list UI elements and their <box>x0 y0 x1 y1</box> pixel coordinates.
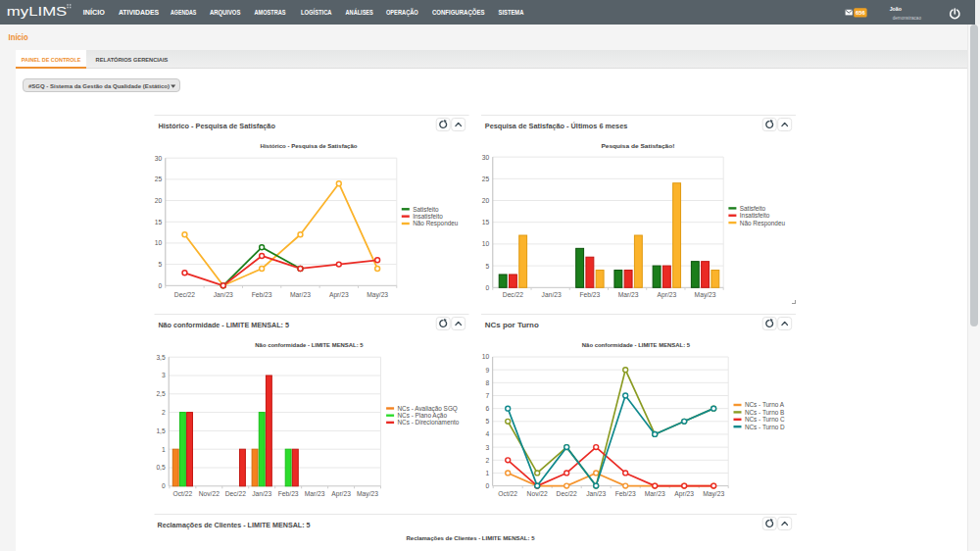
svg-text:2: 2 <box>485 457 489 464</box>
svg-text:0: 0 <box>159 282 163 289</box>
svg-text:Apr/23: Apr/23 <box>657 291 676 299</box>
svg-text:Apr/23: Apr/23 <box>329 291 349 299</box>
svg-text:Satisfeito: Satisfeito <box>740 205 766 212</box>
svg-text:May/23: May/23 <box>367 291 388 299</box>
svg-text:Não Respondeu: Não Respondeu <box>413 220 459 227</box>
svg-text:ARQUIVOS: ARQUIVOS <box>210 8 241 17</box>
svg-text:0,5: 0,5 <box>156 464 166 471</box>
svg-text:20: 20 <box>482 197 490 204</box>
svg-text:Não Respondeu: Não Respondeu <box>740 220 786 227</box>
svg-text:Feb/23: Feb/23 <box>579 291 600 298</box>
svg-text:7: 7 <box>485 392 489 399</box>
svg-text:Oct/22: Oct/22 <box>173 490 193 497</box>
svg-text:2: 2 <box>162 409 166 416</box>
svg-text:656: 656 <box>856 10 865 16</box>
svg-text:OPERAÇÃO: OPERAÇÃO <box>386 8 418 17</box>
svg-text:6: 6 <box>485 405 489 412</box>
svg-text:Mar/23: Mar/23 <box>305 490 325 497</box>
svg-text:25: 25 <box>482 175 490 182</box>
svg-text:Feb/23: Feb/23 <box>615 490 636 497</box>
svg-text:1: 1 <box>485 470 489 476</box>
svg-text:NCs por Turno: NCs por Turno <box>485 321 540 329</box>
svg-text:RELATÓRIOS GERENCIAIS: RELATÓRIOS GERENCIAIS <box>96 56 169 63</box>
svg-text:2,5: 2,5 <box>156 390 166 397</box>
svg-text:AMOSTRAS: AMOSTRAS <box>255 8 286 17</box>
svg-text:10: 10 <box>482 353 490 360</box>
svg-text:Não conformidade - LIMITE MENS: Não conformidade - LIMITE MENSAL: 5 <box>255 342 364 348</box>
svg-text:Insatisfeito: Insatisfeito <box>740 212 770 219</box>
svg-text:0: 0 <box>485 482 489 489</box>
svg-text:May/23: May/23 <box>703 490 724 498</box>
svg-text:Histórico - Pesquisa de Satisf: Histórico - Pesquisa de Satisfação <box>261 143 358 149</box>
svg-text:ANÁLISES: ANÁLISES <box>346 8 373 17</box>
svg-text:0: 0 <box>486 284 490 291</box>
svg-text:Dec/22: Dec/22 <box>503 291 523 298</box>
svg-text:Reclamações de Clientes - LIMI: Reclamações de Clientes - LIMITE MENSAL:… <box>407 535 536 541</box>
svg-text:5: 5 <box>485 418 489 425</box>
svg-text:Jan/23: Jan/23 <box>542 291 562 298</box>
svg-text:LOGÍSTICA: LOGÍSTICA <box>301 8 332 17</box>
svg-text:ATIVIDADES: ATIVIDADES <box>119 8 159 17</box>
svg-text:Reclamações de Clientes - LIMI: Reclamações de Clientes - LIMITE MENSAL:… <box>158 521 311 529</box>
svg-text:Dec/22: Dec/22 <box>174 291 195 298</box>
svg-text:demonstracao: demonstracao <box>893 16 922 21</box>
svg-text:NCs - Turno A: NCs - Turno A <box>745 401 785 408</box>
svg-text:Dec/22: Dec/22 <box>557 490 577 497</box>
svg-text:Feb/23: Feb/23 <box>252 291 272 298</box>
svg-text:1,5: 1,5 <box>156 427 166 434</box>
svg-text:Pesquisa de Satisfação!: Pesquisa de Satisfação! <box>601 143 674 149</box>
svg-text:Não conformidade - LIMITE MENS: Não conformidade - LIMITE MENSAL: 5 <box>158 321 289 329</box>
svg-text:4: 4 <box>485 430 489 437</box>
svg-text:NCs - Turno C: NCs - Turno C <box>745 416 785 423</box>
svg-text:Jan/23: Jan/23 <box>586 490 606 497</box>
svg-text:5: 5 <box>486 263 490 270</box>
svg-text:20: 20 <box>155 197 163 204</box>
svg-text:0: 0 <box>162 482 166 489</box>
svg-text:Pesquisa de Satisfação - Últim: Pesquisa de Satisfação - Últimos 6 meses <box>485 122 628 130</box>
svg-text:Jan/23: Jan/23 <box>252 490 271 497</box>
svg-text:SISTEMA: SISTEMA <box>499 8 524 17</box>
svg-text:May/23: May/23 <box>695 291 716 299</box>
svg-text:#SGQ - Sistema da Gestão da Qu: #SGQ - Sistema da Gestão da Qualidade (E… <box>28 82 170 89</box>
svg-text:Mar/23: Mar/23 <box>290 291 311 298</box>
svg-text:25: 25 <box>155 175 163 182</box>
svg-text:NCs - Turno B: NCs - Turno B <box>745 409 784 416</box>
svg-text:9: 9 <box>485 367 489 374</box>
svg-text:30: 30 <box>155 155 163 162</box>
svg-text:myLIMS: myLIMS <box>7 5 68 19</box>
svg-text:Satisfeito: Satisfeito <box>413 206 439 213</box>
svg-text:João: João <box>890 5 902 12</box>
svg-text:Não conformidade - LIMITE MENS: Não conformidade - LIMITE MENSAL: 5 <box>582 342 691 348</box>
svg-text:8: 8 <box>485 379 489 386</box>
svg-text:30: 30 <box>482 154 490 161</box>
svg-text:10: 10 <box>482 240 490 247</box>
svg-text:NCs - Turno D: NCs - Turno D <box>745 424 785 430</box>
svg-text:Histórico - Pesquisa de Satisf: Histórico - Pesquisa de Satisfação <box>158 122 275 130</box>
svg-text:Insatisfeito: Insatisfeito <box>413 213 443 220</box>
svg-text:NCs - Direcionamento: NCs - Direcionamento <box>398 419 460 426</box>
svg-text:Apr/23: Apr/23 <box>331 490 351 498</box>
svg-text:1: 1 <box>162 446 166 453</box>
svg-text:Dec/22: Dec/22 <box>225 490 246 497</box>
svg-text:Feb/23: Feb/23 <box>278 490 299 497</box>
svg-text:3,5: 3,5 <box>156 354 166 361</box>
svg-text:10: 10 <box>155 239 163 246</box>
svg-text:Mar/23: Mar/23 <box>645 490 665 497</box>
svg-text:Oct/22: Oct/22 <box>498 490 517 497</box>
svg-text:3: 3 <box>162 372 166 378</box>
svg-text:3: 3 <box>485 444 489 451</box>
svg-text:Jan/23: Jan/23 <box>214 291 233 298</box>
svg-text:Início: Início <box>9 33 28 42</box>
svg-text:AGENDAS: AGENDAS <box>171 8 196 17</box>
svg-text:Mar/23: Mar/23 <box>618 291 639 298</box>
svg-text:May/23: May/23 <box>357 490 378 498</box>
svg-text:PAINEL DE CONTROLE: PAINEL DE CONTROLE <box>22 56 81 63</box>
svg-text:15: 15 <box>482 219 490 225</box>
svg-text:Nov/22: Nov/22 <box>527 490 548 497</box>
svg-text:INÍCIO: INÍCIO <box>83 8 106 17</box>
svg-text:15: 15 <box>155 219 163 225</box>
svg-text:Nov/22: Nov/22 <box>199 490 220 497</box>
svg-text:Apr/23: Apr/23 <box>674 490 694 498</box>
svg-text:5: 5 <box>159 261 163 268</box>
svg-text:CONFIGURAÇÕES: CONFIGURAÇÕES <box>432 8 485 17</box>
